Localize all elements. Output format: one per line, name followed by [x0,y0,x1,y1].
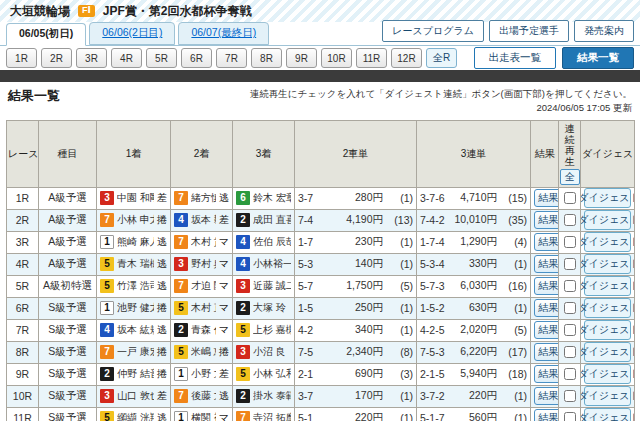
result-cell: 結果 [531,319,559,341]
digest-button[interactable]: ダイジェスト [584,210,631,230]
exacta-rank: (13) [383,214,413,226]
exacta-cell: 5-3 140円 (1) [295,253,417,275]
exacta-payout: 170円 [313,389,383,403]
second-place-badge: 7 [174,279,188,293]
digest-button[interactable]: ダイジェスト [584,298,631,318]
third-place-badge: 6 [236,191,250,205]
first-place-name: 中園 和剛 [117,191,154,205]
race-tab-11R[interactable]: 11R [356,48,387,68]
replay-checkbox[interactable] [564,280,576,292]
replay-checkbox[interactable] [564,390,576,402]
results-button[interactable]: 結果一覧 [562,47,634,69]
result-button[interactable]: 結果 [534,343,559,361]
race-number: 1R [7,187,39,209]
nav-button-2[interactable]: 発売案内 [574,20,634,42]
digest-button[interactable]: ダイジェスト [584,408,631,421]
exacta-cell: 1-5 250円 (1) [295,297,417,319]
result-button[interactable]: 結果 [534,189,559,207]
result-cell: 結果 [531,231,559,253]
result-button[interactable]: 結果 [534,409,559,421]
trifecta-combo: 4-2-5 [420,324,445,336]
second-place-cell: 3 野村 典嗣 マ [171,253,233,275]
third-place-badge: 7 [236,411,250,421]
replay-cell [559,253,581,275]
digest-button[interactable]: ダイジェスト [584,276,631,296]
replay-checkbox[interactable] [564,214,576,226]
race-category: S級予選 [39,407,97,421]
first-place-cell: 7 小林 申太 捲 [97,209,171,231]
result-button[interactable]: 結果 [534,255,559,273]
exacta-cell: 7-5 2,340円 (8) [295,341,417,363]
race-tab-8R[interactable]: 8R [251,48,282,68]
date-tab-2[interactable]: 06/07(最終日) [178,22,269,45]
result-button[interactable]: 結果 [534,299,559,317]
digest-button[interactable]: ダイジェスト [584,320,631,340]
second-place-name: 緒方慎太朗 [191,191,216,205]
trifecta-cell: 2-1-5 5,940円 (18) [417,363,531,385]
col-replay-label: 連続再生 [560,123,579,167]
startlist-button[interactable]: 出走表一覧 [474,47,557,69]
result-cell: 結果 [531,407,559,421]
digest-button[interactable]: ダイジェスト [584,364,631,384]
race-tab-12R[interactable]: 12R [391,48,422,68]
exacta-combo: 1-7 [298,236,313,248]
replay-checkbox[interactable] [564,324,576,336]
digest-button[interactable]: ダイジェスト [584,342,631,362]
digest-button-label: ダイジェスト [581,213,635,227]
race-tab-全R[interactable]: 全R [426,48,457,68]
exacta-combo: 3-7 [298,192,313,204]
result-button[interactable]: 結果 [534,277,559,295]
race-tab-5R[interactable]: 5R [146,48,177,68]
digest-cell: ダイジェスト [581,319,635,341]
first-place-badge: 2 [100,367,114,381]
replay-checkbox[interactable] [564,192,576,204]
section-note: 連続再生にチェックを入れて「ダイジェスト連続」ボタン(画面下部)を押してください… [250,87,632,115]
race-tab-4R[interactable]: 4R [111,48,142,68]
exacta-payout: 230円 [313,235,383,249]
race-tab-1R[interactable]: 1R [6,48,37,68]
replay-checkbox[interactable] [564,412,576,421]
third-place-name: 成田 直喜 [253,213,291,227]
third-place-cell: 2 成田 直喜 [233,209,295,231]
trifecta-cell: 7-5-3 6,220円 (17) [417,341,531,363]
result-button[interactable]: 結果 [534,365,559,383]
digest-button[interactable]: ダイジェスト [584,386,631,406]
nav-button-1[interactable]: 出場予定選手 [489,20,569,42]
digest-button-label: ダイジェスト [581,235,635,249]
replay-all-button[interactable]: 全 [560,169,580,185]
result-button[interactable]: 結果 [534,321,559,339]
race-category: A級予選 [39,187,97,209]
race-tab-2R[interactable]: 2R [41,48,72,68]
first-place-name: 熊崎 麻人 [117,235,154,249]
exacta-payout: 340円 [313,323,383,337]
first-kimarite: 捲 [157,301,167,315]
race-tab-6R[interactable]: 6R [181,48,212,68]
digest-button[interactable]: ダイジェスト [584,188,631,208]
replay-checkbox[interactable] [564,236,576,248]
digest-button[interactable]: ダイジェスト [584,254,631,274]
date-tab-1[interactable]: 06/06(2日目) [89,22,175,45]
replay-checkbox[interactable] [564,302,576,314]
date-tab-0[interactable]: 06/05(初日) [6,23,86,46]
exacta-combo: 5-1 [298,412,313,421]
exacta-rank: (1) [383,324,413,336]
replay-checkbox[interactable] [564,258,576,270]
first-kimarite: 差 [157,191,167,205]
result-button[interactable]: 結果 [534,211,559,229]
header-nav-buttons: レースプログラム出場予定選手発売案内 [382,20,634,45]
race-tab-3R[interactable]: 3R [76,48,107,68]
replay-checkbox[interactable] [564,368,576,380]
digest-button[interactable]: ダイジェスト [584,232,631,252]
race-tab-9R[interactable]: 9R [286,48,317,68]
replay-checkbox[interactable] [564,346,576,358]
first-place-cell: 3 山口 敦也 差 [97,385,171,407]
exacta-payout: 1,750円 [313,279,383,293]
result-button[interactable]: 結果 [534,387,559,405]
second-place-badge: 4 [174,213,188,227]
race-tab-7R[interactable]: 7R [216,48,247,68]
first-place-cell: 5 纐纈 洸翔 逃 [97,407,171,421]
race-tab-10R[interactable]: 10R [321,48,352,68]
exacta-rank: (1) [383,236,413,248]
result-button[interactable]: 結果 [534,233,559,251]
nav-button-0[interactable]: レースプログラム [382,20,484,42]
